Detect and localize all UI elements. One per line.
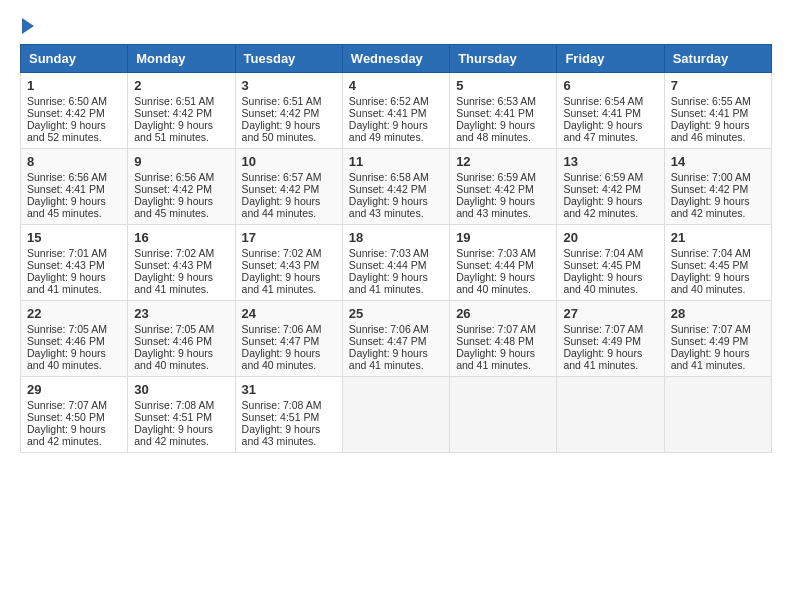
calendar-cell: 13 Sunrise: 6:59 AM Sunset: 4:42 PM Dayl… (557, 149, 664, 225)
calendar-cell: 5 Sunrise: 6:53 AM Sunset: 4:41 PM Dayli… (450, 73, 557, 149)
day-number: 8 (27, 154, 121, 169)
calendar-cell: 29 Sunrise: 7:07 AM Sunset: 4:50 PM Dayl… (21, 377, 128, 453)
calendar-cell: 2 Sunrise: 6:51 AM Sunset: 4:42 PM Dayli… (128, 73, 235, 149)
sunset-label: Sunset: 4:45 PM (563, 259, 641, 271)
daylight-label: Daylight: 9 hours and 41 minutes. (134, 271, 213, 295)
daylight-label: Daylight: 9 hours and 49 minutes. (349, 119, 428, 143)
calendar-week-2: 8 Sunrise: 6:56 AM Sunset: 4:41 PM Dayli… (21, 149, 772, 225)
day-number: 29 (27, 382, 121, 397)
sunset-label: Sunset: 4:42 PM (349, 183, 427, 195)
day-number: 17 (242, 230, 336, 245)
sunset-label: Sunset: 4:44 PM (349, 259, 427, 271)
sunset-label: Sunset: 4:42 PM (134, 183, 212, 195)
sunset-label: Sunset: 4:42 PM (134, 107, 212, 119)
calendar-cell: 30 Sunrise: 7:08 AM Sunset: 4:51 PM Dayl… (128, 377, 235, 453)
calendar-cell: 4 Sunrise: 6:52 AM Sunset: 4:41 PM Dayli… (342, 73, 449, 149)
calendar-header-row: SundayMondayTuesdayWednesdayThursdayFrid… (21, 45, 772, 73)
sunrise-label: Sunrise: 6:59 AM (456, 171, 536, 183)
daylight-label: Daylight: 9 hours and 40 minutes. (27, 347, 106, 371)
sunset-label: Sunset: 4:41 PM (456, 107, 534, 119)
daylight-label: Daylight: 9 hours and 43 minutes. (349, 195, 428, 219)
sunrise-label: Sunrise: 6:50 AM (27, 95, 107, 107)
sunset-label: Sunset: 4:46 PM (134, 335, 212, 347)
sunrise-label: Sunrise: 7:06 AM (242, 323, 322, 335)
day-number: 19 (456, 230, 550, 245)
sunrise-label: Sunrise: 7:07 AM (671, 323, 751, 335)
calendar-header-saturday: Saturday (664, 45, 771, 73)
calendar-header-thursday: Thursday (450, 45, 557, 73)
daylight-label: Daylight: 9 hours and 41 minutes. (27, 271, 106, 295)
daylight-label: Daylight: 9 hours and 47 minutes. (563, 119, 642, 143)
calendar-cell: 1 Sunrise: 6:50 AM Sunset: 4:42 PM Dayli… (21, 73, 128, 149)
day-number: 15 (27, 230, 121, 245)
daylight-label: Daylight: 9 hours and 43 minutes. (456, 195, 535, 219)
sunset-label: Sunset: 4:42 PM (27, 107, 105, 119)
sunset-label: Sunset: 4:41 PM (27, 183, 105, 195)
sunset-label: Sunset: 4:49 PM (563, 335, 641, 347)
calendar-header-wednesday: Wednesday (342, 45, 449, 73)
sunrise-label: Sunrise: 6:57 AM (242, 171, 322, 183)
sunrise-label: Sunrise: 7:04 AM (563, 247, 643, 259)
calendar-cell: 23 Sunrise: 7:05 AM Sunset: 4:46 PM Dayl… (128, 301, 235, 377)
day-number: 21 (671, 230, 765, 245)
sunrise-label: Sunrise: 7:07 AM (563, 323, 643, 335)
sunrise-label: Sunrise: 7:03 AM (456, 247, 536, 259)
sunrise-label: Sunrise: 6:52 AM (349, 95, 429, 107)
day-number: 24 (242, 306, 336, 321)
calendar-cell: 26 Sunrise: 7:07 AM Sunset: 4:48 PM Dayl… (450, 301, 557, 377)
day-number: 7 (671, 78, 765, 93)
sunset-label: Sunset: 4:41 PM (349, 107, 427, 119)
calendar-cell: 28 Sunrise: 7:07 AM Sunset: 4:49 PM Dayl… (664, 301, 771, 377)
sunrise-label: Sunrise: 6:56 AM (27, 171, 107, 183)
sunrise-label: Sunrise: 7:06 AM (349, 323, 429, 335)
sunset-label: Sunset: 4:43 PM (27, 259, 105, 271)
day-number: 5 (456, 78, 550, 93)
calendar-header-friday: Friday (557, 45, 664, 73)
calendar-cell: 15 Sunrise: 7:01 AM Sunset: 4:43 PM Dayl… (21, 225, 128, 301)
daylight-label: Daylight: 9 hours and 41 minutes. (349, 271, 428, 295)
page-header (20, 20, 772, 34)
logo (20, 20, 34, 34)
sunrise-label: Sunrise: 6:51 AM (242, 95, 322, 107)
daylight-label: Daylight: 9 hours and 42 minutes. (563, 195, 642, 219)
sunrise-label: Sunrise: 7:08 AM (242, 399, 322, 411)
calendar-cell (664, 377, 771, 453)
sunrise-label: Sunrise: 7:05 AM (27, 323, 107, 335)
calendar-header-sunday: Sunday (21, 45, 128, 73)
day-number: 12 (456, 154, 550, 169)
calendar-table: SundayMondayTuesdayWednesdayThursdayFrid… (20, 44, 772, 453)
daylight-label: Daylight: 9 hours and 42 minutes. (27, 423, 106, 447)
day-number: 18 (349, 230, 443, 245)
daylight-label: Daylight: 9 hours and 48 minutes. (456, 119, 535, 143)
daylight-label: Daylight: 9 hours and 45 minutes. (27, 195, 106, 219)
sunset-label: Sunset: 4:43 PM (242, 259, 320, 271)
daylight-label: Daylight: 9 hours and 42 minutes. (671, 195, 750, 219)
sunset-label: Sunset: 4:44 PM (456, 259, 534, 271)
sunrise-label: Sunrise: 6:54 AM (563, 95, 643, 107)
sunrise-label: Sunrise: 7:00 AM (671, 171, 751, 183)
sunset-label: Sunset: 4:42 PM (563, 183, 641, 195)
sunrise-label: Sunrise: 7:08 AM (134, 399, 214, 411)
sunrise-label: Sunrise: 7:07 AM (456, 323, 536, 335)
day-number: 31 (242, 382, 336, 397)
calendar-cell: 17 Sunrise: 7:02 AM Sunset: 4:43 PM Dayl… (235, 225, 342, 301)
sunrise-label: Sunrise: 6:53 AM (456, 95, 536, 107)
daylight-label: Daylight: 9 hours and 42 minutes. (134, 423, 213, 447)
day-number: 3 (242, 78, 336, 93)
day-number: 25 (349, 306, 443, 321)
calendar-cell: 14 Sunrise: 7:00 AM Sunset: 4:42 PM Dayl… (664, 149, 771, 225)
calendar-cell: 20 Sunrise: 7:04 AM Sunset: 4:45 PM Dayl… (557, 225, 664, 301)
calendar-cell: 7 Sunrise: 6:55 AM Sunset: 4:41 PM Dayli… (664, 73, 771, 149)
daylight-label: Daylight: 9 hours and 41 minutes. (671, 347, 750, 371)
day-number: 23 (134, 306, 228, 321)
sunset-label: Sunset: 4:45 PM (671, 259, 749, 271)
day-number: 2 (134, 78, 228, 93)
daylight-label: Daylight: 9 hours and 40 minutes. (134, 347, 213, 371)
daylight-label: Daylight: 9 hours and 41 minutes. (456, 347, 535, 371)
sunset-label: Sunset: 4:51 PM (242, 411, 320, 423)
calendar-cell: 21 Sunrise: 7:04 AM Sunset: 4:45 PM Dayl… (664, 225, 771, 301)
sunset-label: Sunset: 4:50 PM (27, 411, 105, 423)
calendar-cell: 8 Sunrise: 6:56 AM Sunset: 4:41 PM Dayli… (21, 149, 128, 225)
day-number: 10 (242, 154, 336, 169)
calendar-cell: 27 Sunrise: 7:07 AM Sunset: 4:49 PM Dayl… (557, 301, 664, 377)
